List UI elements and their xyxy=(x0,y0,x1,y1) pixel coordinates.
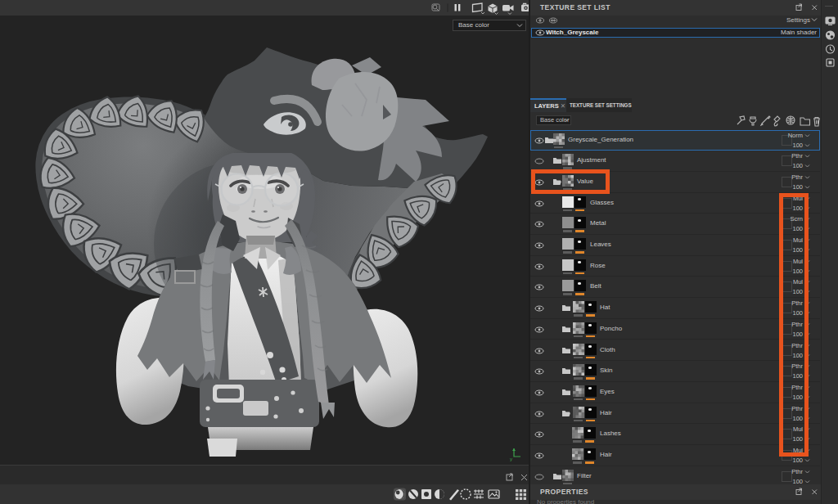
svg-text:y: y xyxy=(510,457,512,461)
